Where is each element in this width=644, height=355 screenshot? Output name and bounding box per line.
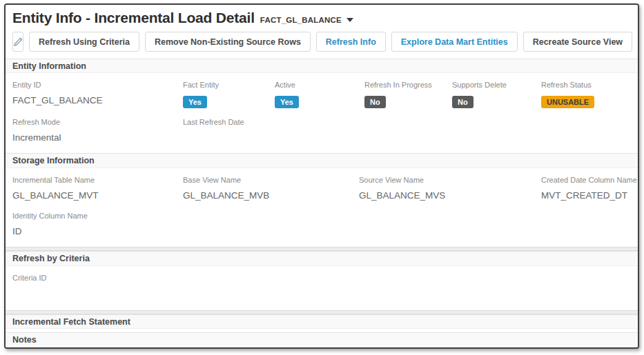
chevron-down-icon — [347, 18, 353, 22]
field-supports-delete: Supports Delete No — [452, 77, 541, 114]
field-label: Incremental Table Name — [12, 176, 183, 184]
explore-data-mart-entities-button[interactable]: Explore Data Mart Entities — [391, 32, 518, 52]
field-label: Criteria ID — [12, 274, 631, 282]
field-value: Incremental — [12, 132, 183, 144]
section-body-refresh-by-criteria: Criteria ID — [6, 266, 638, 310]
status-badge-fact-entity: Yes — [183, 96, 207, 108]
field-entity-id: Entity ID FACT_GL_BALANCE — [12, 77, 183, 114]
field-label: Entity ID — [12, 81, 183, 89]
field-fact-entity: Fact Entity Yes — [183, 77, 275, 114]
entity-selector-dropdown[interactable]: FACT_GL_BALANCE — [260, 16, 353, 24]
section-header-entity-information: Entity Information — [6, 59, 638, 73]
field-incremental-table-name: Incremental Table Name GL_BALANCE_MVT — [12, 172, 183, 208]
field-active: Active Yes — [275, 77, 364, 114]
recreate-source-view-button[interactable]: Recreate Source View — [523, 32, 632, 52]
field-value — [12, 288, 631, 300]
field-label: Refresh Mode — [12, 118, 183, 126]
field-value: FACT_GL_BALANCE — [12, 95, 183, 107]
page-title: Entity Info - Incremental Load Detail — [12, 10, 255, 26]
screenshot-stage: Entity Info - Incremental Load Detail FA… — [0, 0, 644, 355]
field-refresh-status: Refresh Status UNUSABLE — [541, 77, 631, 114]
status-badge-refresh-status: UNUSABLE — [541, 96, 594, 108]
remove-non-existing-source-rows-button[interactable]: Remove Non-Existing Source Rows — [145, 32, 311, 52]
status-badge-supports-delete: No — [452, 96, 474, 108]
field-label: Source View Name — [359, 176, 541, 184]
field-value: MVT_CREATED_DT — [541, 190, 637, 202]
refresh-using-criteria-button[interactable]: Refresh Using Criteria — [29, 32, 139, 52]
field-label: Active — [275, 81, 364, 89]
field-label: Base View Name — [183, 176, 359, 184]
field-criteria-id: Criteria ID — [12, 270, 631, 306]
field-label: Refresh Status — [541, 81, 631, 89]
field-label: Identity Column Name — [12, 212, 631, 220]
field-source-view-name: Source View Name GL_BALANCE_MVS — [359, 172, 541, 208]
field-created-date-column-name: Created Date Column Name MVT_CREATED_DT — [541, 172, 637, 208]
field-value: GL_BALANCE_MVT — [12, 190, 183, 202]
refresh-button[interactable]: Refresh — [638, 32, 639, 52]
field-label: Supports Delete — [452, 81, 541, 89]
edit-button[interactable] — [12, 32, 23, 52]
section-body-entity-information: Entity ID FACT_GL_BALANCE Fact Entity Ye… — [6, 73, 638, 153]
field-refresh-mode: Refresh Mode Incremental — [12, 114, 183, 150]
field-refresh-in-progress: Refresh In Progress No — [364, 77, 452, 114]
refresh-info-button[interactable]: Refresh Info — [316, 32, 386, 52]
field-value — [183, 132, 631, 144]
entity-selector-value: FACT_GL_BALANCE — [260, 16, 342, 24]
pencil-icon — [13, 37, 23, 47]
field-value: ID — [12, 226, 631, 238]
field-label: Refresh In Progress — [364, 81, 452, 89]
titlebar: Entity Info - Incremental Load Detail FA… — [6, 5, 638, 28]
section-header-incremental-fetch-statement: Incremental Fetch Statement — [6, 314, 638, 329]
field-label: Created Date Column Name — [541, 176, 637, 184]
field-value: GL_BALANCE_MVS — [359, 190, 541, 202]
section-body-storage-information: Incremental Table Name GL_BALANCE_MVT Ba… — [6, 168, 638, 247]
field-label: Fact Entity — [183, 81, 275, 89]
field-last-refresh-date: Last Refresh Date — [183, 114, 631, 150]
field-value: GL_BALANCE_MVB — [183, 190, 359, 202]
toolbar: Refresh Using Criteria Remove Non-Existi… — [6, 28, 638, 59]
field-identity-column-name: Identity Column Name ID — [12, 208, 631, 244]
field-label: Last Refresh Date — [183, 118, 631, 126]
field-base-view-name: Base View Name GL_BALANCE_MVB — [183, 172, 359, 208]
section-header-notes: Notes — [6, 332, 638, 347]
status-badge-active: Yes — [275, 96, 299, 108]
status-badge-refresh-in-progress: No — [364, 96, 386, 108]
section-header-storage-information: Storage Information — [6, 153, 638, 168]
section-header-refresh-by-criteria: Refresh by Criteria — [6, 251, 638, 265]
app-window: Entity Info - Incremental Load Detail FA… — [4, 3, 639, 349]
